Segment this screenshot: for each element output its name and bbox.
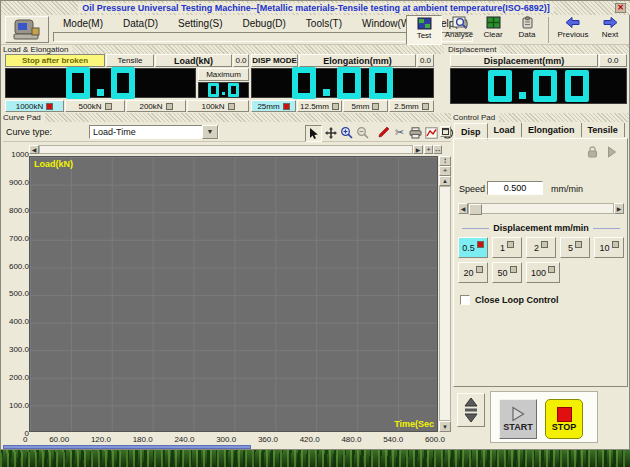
led-icon [283,103,290,110]
y-axis-ticks: 1000 900.0 800.0 700.0 600.0 500.0 400.0… [3,151,29,438]
curve-type-dropdown[interactable]: Load-Time ▼ [89,125,219,139]
x-axis-ticks: 0 60.00 120.0 180.0 240.0 300.0 360.0 42… [23,435,445,444]
close-loop-checkbox[interactable] [460,295,470,305]
next-button[interactable]: Next [593,15,627,45]
vscroll-track[interactable] [439,186,451,421]
range-12-5mm-button[interactable]: 12.5mm [297,100,342,112]
range-200kn-button[interactable]: 200kN [126,100,186,112]
led-icon [332,103,339,110]
clear-label: Clear [483,30,502,39]
speed-slider-thumb[interactable] [469,204,482,215]
menu-setting[interactable]: Setting(S) [168,17,232,30]
curve-plot[interactable]: Load(kN) Time(Sec [29,156,438,432]
main-toolbar: Test Analyse Clear [406,15,627,45]
speed-20-button[interactable]: 20 [458,262,488,283]
load-elongation-group: Stop after broken Tensile Load(kN) 0.0 M… [3,54,444,112]
range-2-5mm-button[interactable]: 2.5mm [389,100,434,112]
clear-icon [486,16,501,29]
speed-50-button[interactable]: 50 [492,262,522,283]
elongation-display [251,68,434,98]
elongation-header: Elongation(mm) [299,54,416,67]
previous-icon [565,16,581,29]
hzoom-plus-icon[interactable]: + [424,145,433,154]
speed-2-button[interactable]: 2 [526,237,556,258]
range-5mm-button[interactable]: 5mm [343,100,388,112]
led-icon [46,103,53,110]
speed-label: Speed [459,184,485,194]
tab-elongation[interactable]: Elongation [522,123,582,137]
range-1000kn-button[interactable]: 1000kN [5,100,64,112]
elongation-header-value: 0.0 [417,54,434,67]
stop-after-broken-status[interactable]: Stop after broken [5,54,105,67]
clear-button[interactable]: Clear [476,15,510,45]
toolbar-separator [548,17,549,43]
data-button[interactable]: Data [510,15,544,45]
data-label: Data [519,30,536,39]
tab-load[interactable]: Load [488,123,523,137]
curve-tools: ✂ [305,125,455,142]
disp-mode-button[interactable]: DISP MODE [251,54,298,67]
jog-up-down-button[interactable] [457,393,485,427]
vscroll-up-icon[interactable]: ▲ [439,176,451,186]
menu-mode[interactable]: Mode(M) [53,17,113,30]
speed-0-5-button[interactable]: 0.5 [458,237,488,258]
tensile-mode-button[interactable]: Tensile [106,54,154,67]
jog-arrows-icon [464,398,478,422]
speed-1-button[interactable]: 1 [492,237,522,258]
hfit-icon[interactable]: ↔ [433,145,442,154]
desktop: Oil Pressure Universal Testing Machine--… [0,0,630,467]
displacement-section-header: Displacement mm/min [458,223,624,233]
hscroll-left-icon[interactable]: ◀ [29,145,39,154]
start-button[interactable]: START [499,399,537,439]
previous-button[interactable]: Previous [553,15,593,45]
range-500kn-button[interactable]: 500kN [65,100,125,112]
curve-toolbar: Curve type: Load-Time ▼ [3,123,451,142]
speed-input[interactable] [487,181,543,195]
analyse-button[interactable]: Analyse [442,15,476,45]
led-icon [422,103,429,110]
range-25mm-button[interactable]: 25mm [251,100,296,112]
zoom-out-tool-icon[interactable] [355,125,370,140]
displacement-display [450,68,627,104]
result-chart-tool-icon[interactable] [424,125,439,140]
menu-debug[interactable]: Debug(D) [233,17,296,30]
plot-x-label: Time(Sec [394,419,434,429]
cursor-tool-icon[interactable] [305,125,322,142]
maximize-curve-icon[interactable] [440,126,451,137]
scissors-tool-icon[interactable]: ✂ [392,125,407,140]
start-stop-panel: START STOP [490,391,598,443]
test-button[interactable]: Test [406,15,442,45]
displacement-display-value [484,70,593,102]
displacement-header: Displacement(mm) [450,54,598,67]
print-tool-icon[interactable] [408,125,423,140]
zoom-in-tool-icon[interactable] [339,125,354,140]
speed-10-button[interactable]: 10 [594,237,624,258]
speed-slider-track[interactable] [468,203,614,214]
pan-tool-icon[interactable] [323,125,338,140]
vfit-icon[interactable]: ↕ [439,156,451,166]
led-icon [372,103,379,110]
load-elongation-group-label: Load & Elongation [3,45,444,54]
marker-pen-tool-icon[interactable] [376,125,391,140]
range-100kn-button[interactable]: 100kN [187,100,249,112]
start-triangle-icon [510,406,526,422]
test-icon [417,17,432,30]
lock-icon [586,146,599,158]
hscroll-right-icon[interactable]: ▶ [413,145,423,154]
menu-tools[interactable]: Tools(T) [296,17,352,30]
stop-button[interactable]: STOP [545,399,583,439]
hscroll-track[interactable] [39,145,413,154]
menu-data[interactable]: Data(D) [113,17,168,30]
previous-label: Previous [557,30,588,39]
curve-type-label: Curve type: [6,127,52,137]
speed-slider-left-icon[interactable]: ◀ [458,203,468,214]
vscroll-down-icon[interactable]: ▼ [439,421,451,432]
speed-slider-right-icon[interactable]: ▶ [614,203,624,214]
speed-5-button[interactable]: 5 [560,237,590,258]
speed-100-button[interactable]: 100 [526,262,560,283]
maximum-display-value [206,83,241,97]
vzoom-plus-icon[interactable]: + [439,166,451,176]
tab-tensile[interactable]: Tensile [582,123,625,137]
chevron-down-icon[interactable]: ▼ [202,125,218,139]
close-icon[interactable]: ✕ [615,3,626,13]
